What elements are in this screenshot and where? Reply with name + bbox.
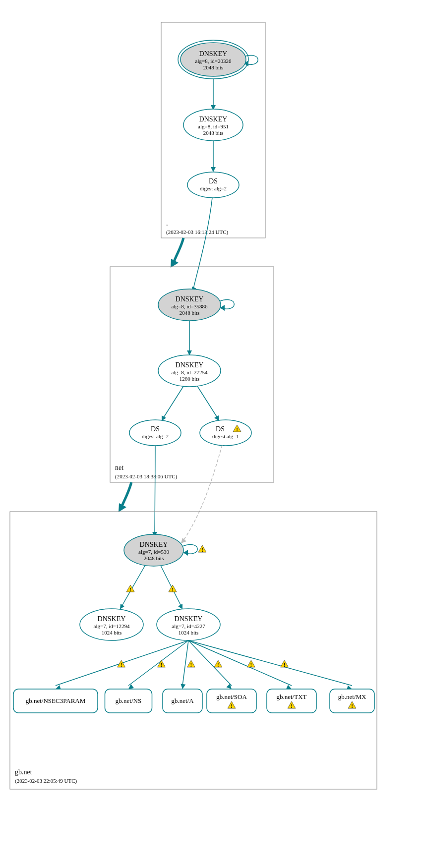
zone-root-timestamp: (2023-02-03 16:13:24 UTC) <box>166 229 229 235</box>
rrset-label: gb.net/NS <box>116 697 141 704</box>
rrset-label: gb.net/A <box>171 697 194 704</box>
edge-net-zsk-ds2 <box>197 386 217 417</box>
node-root-ds: DS digest alg=2 <box>187 172 239 198</box>
warning-icon: ! <box>169 585 177 592</box>
node-line1: alg=8, id=951 <box>198 123 229 129</box>
svg-text:!: ! <box>190 662 192 668</box>
svg-point-6 <box>129 420 181 446</box>
warning-icon: ! <box>157 660 165 668</box>
svg-text:!: ! <box>172 586 174 592</box>
zone-gbnet-timestamp: (2023-02-03 22:05:49 UTC) <box>15 778 77 784</box>
node-line1: alg=8, id=35886 <box>172 303 208 309</box>
node-root-zsk: DNSKEY alg=8, id=951 2048 bits <box>183 109 243 141</box>
edge-zsk2-rr5 <box>188 640 352 686</box>
arrowhead <box>183 550 188 556</box>
node-line2: 2048 bits <box>203 130 224 136</box>
node-line2: 2048 bits <box>144 555 164 561</box>
node-title: DS <box>209 177 218 185</box>
node-line2: 1280 bits <box>180 376 200 382</box>
node-line1: alg=8, id=20326 <box>195 58 232 64</box>
svg-text:!: ! <box>201 547 203 553</box>
svg-text:!: ! <box>284 662 286 668</box>
svg-text:!: ! <box>236 426 238 432</box>
node-line1: alg=8, id=27254 <box>172 369 208 375</box>
warning-icon: ! <box>281 660 289 668</box>
node-line1: digest alg=2 <box>200 185 227 191</box>
node-line1: alg=7, id=4227 <box>172 623 205 629</box>
node-title: DNSKEY <box>199 50 228 58</box>
svg-text:!: ! <box>351 703 353 709</box>
svg-text:!: ! <box>250 662 252 668</box>
warning-icon: ! <box>198 545 206 553</box>
svg-text:!: ! <box>161 662 163 668</box>
warning-icon: ! <box>214 660 222 668</box>
node-net-ds2: DS digest alg=1 <box>200 420 251 446</box>
zone-gbnet-label: gb.net <box>15 768 32 776</box>
zone-net-label: net <box>115 464 123 471</box>
edge-gbnet-ksk-zsk1 <box>122 565 145 606</box>
edge-gbnet-ksk-zsk2 <box>161 566 181 606</box>
svg-point-3 <box>187 172 239 198</box>
node-line1: digest alg=2 <box>142 433 169 439</box>
node-title: DS <box>216 425 225 433</box>
arrowhead <box>181 538 186 543</box>
edge-root-ds-net-ksk <box>193 198 212 289</box>
edge-zsk2-rr3 <box>188 640 232 686</box>
zone-root-label: . <box>166 220 168 227</box>
node-net-ds1: DS digest alg=2 <box>129 420 181 446</box>
warning-icon: ! <box>187 660 195 668</box>
svg-text:!: ! <box>291 703 293 709</box>
rrset-label: gb.net/SOA <box>216 693 247 700</box>
node-gbnet-zsk1: DNSKEY alg=7, id=12294 1024 bits <box>80 609 143 640</box>
node-line1: alg=7, id=530 <box>138 549 169 555</box>
node-net-ksk: DNSKEY alg=8, id=35886 2048 bits <box>158 289 221 321</box>
arrowhead <box>211 167 216 172</box>
node-title: DNSKEY <box>176 295 204 303</box>
node-title: DNSKEY <box>199 116 228 123</box>
edge-net-zsk-ds1 <box>164 386 183 417</box>
svg-text:!: ! <box>120 662 122 668</box>
edge-zone-root-net <box>174 238 183 263</box>
edge-net-ds2-gbnet-ksk <box>183 445 222 540</box>
node-gbnet-ksk: DNSKEY alg=7, id=530 2048 bits <box>124 534 183 566</box>
svg-text:!: ! <box>231 703 233 709</box>
edge-net-ds1-gbnet-ksk <box>155 446 155 533</box>
edge-zsk2-rr4 <box>188 640 292 686</box>
node-title: DNSKEY <box>175 615 203 623</box>
node-title: DNSKEY <box>176 361 204 369</box>
rrset-label: gb.net/MX <box>338 693 366 700</box>
rrset-label: gb.net/TXT <box>276 693 306 700</box>
node-line2: 2048 bits <box>203 64 224 70</box>
node-line2: 1024 bits <box>179 630 199 636</box>
arrowhead <box>180 684 185 689</box>
node-title: DNSKEY <box>98 615 126 623</box>
node-title: DS <box>151 425 160 433</box>
node-root-ksk: DNSKEY alg=8, id=20326 2048 bits <box>178 40 248 79</box>
warning-icon: ! <box>247 660 255 668</box>
edge-zone-net-gbnet <box>121 482 131 507</box>
node-line2: 2048 bits <box>180 310 200 316</box>
svg-text:!: ! <box>129 586 131 592</box>
node-gbnet-zsk2: DNSKEY alg=7, id=4227 1024 bits <box>157 609 220 640</box>
svg-point-7 <box>200 420 251 446</box>
node-net-zsk: DNSKEY alg=8, id=27254 1280 bits <box>158 355 221 387</box>
zone-net-timestamp: (2023-02-03 18:38:06 UTC) <box>115 473 178 480</box>
svg-text:!: ! <box>217 662 219 668</box>
edge-zsk2-rr2 <box>182 640 188 686</box>
rrset-label: gb.net/NSEC3PARAM <box>26 697 86 704</box>
node-line2: 1024 bits <box>102 630 122 636</box>
node-line1: digest alg=1 <box>212 433 239 439</box>
node-title: DNSKEY <box>140 541 168 548</box>
node-line1: alg=7, id=12294 <box>94 623 130 629</box>
edge-zsk2-rr1 <box>128 640 188 686</box>
